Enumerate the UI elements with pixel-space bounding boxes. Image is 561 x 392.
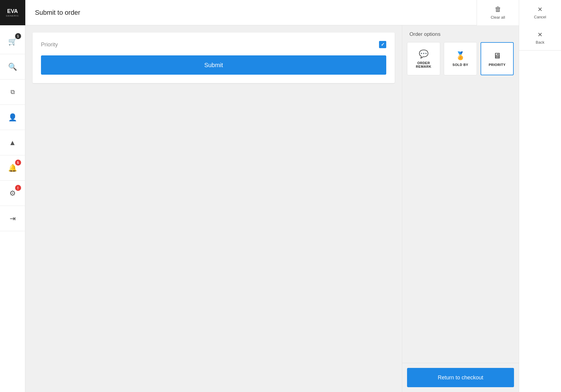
copy-icon: ⧉: [11, 89, 15, 95]
logout-icon: ⇥: [10, 214, 16, 223]
priority-card: Priority Submit: [33, 33, 395, 83]
cart-badge: 1: [15, 33, 21, 39]
logo-sub: GENERIC: [6, 14, 19, 17]
clear-all-button[interactable]: 🗑 Clear all: [477, 0, 519, 25]
content-split: Priority Submit Order options 💬 ORDERREM…: [25, 25, 561, 392]
sidebar-item-user[interactable]: 👤: [0, 105, 25, 130]
logo-text: EVA: [6, 8, 19, 14]
bell-badge: 5: [15, 160, 21, 166]
sidebar-nav: 🛒 1 🔍 ⧉ 👤 ▲ 🔔 5 ⚙ ! ⇥: [0, 25, 25, 392]
submit-button[interactable]: Submit: [41, 55, 386, 75]
header: Submit to order 🗑 Clear all ✕ Cancel: [25, 0, 561, 25]
priority-option-icon: 🖥: [493, 51, 501, 61]
award-icon: 🏅: [456, 51, 465, 61]
sidebar-item-settings[interactable]: ⚙ !: [0, 181, 25, 206]
search-icon: 🔍: [8, 63, 17, 71]
clear-all-label: Clear all: [491, 15, 505, 20]
sidebar-item-cart[interactable]: 🛒 1: [0, 29, 25, 54]
priority-checkbox[interactable]: [379, 41, 386, 48]
back-button[interactable]: ✕ Back: [519, 25, 561, 51]
sidebar-item-upload[interactable]: ▲: [0, 130, 25, 155]
user-icon: 👤: [8, 113, 17, 122]
cancel-button[interactable]: ✕ Cancel: [519, 0, 561, 25]
back-label: Back: [536, 40, 544, 45]
sidebar: EVA GENERIC 🛒 1 🔍 ⧉ 👤 ▲ 🔔 5 ⚙ ! ⇥: [0, 0, 25, 392]
header-actions: 🗑 Clear all ✕ Cancel: [477, 0, 561, 25]
cart-icon: 🛒: [8, 37, 17, 46]
cancel-label: Cancel: [534, 15, 546, 19]
sidebar-item-logout[interactable]: ⇥: [0, 206, 25, 231]
back-panel: ✕ Back: [519, 25, 561, 392]
main-area: Submit to order 🗑 Clear all ✕ Cancel Pri…: [25, 0, 561, 392]
close-icon: ✕: [537, 31, 543, 38]
sidebar-item-search[interactable]: 🔍: [0, 54, 25, 79]
bell-icon: 🔔: [8, 164, 17, 172]
priority-label: Priority: [41, 42, 58, 48]
order-options-title: Order options: [402, 25, 519, 42]
upload-icon: ▲: [9, 138, 16, 147]
main-panel: Priority Submit: [25, 25, 402, 392]
gear-icon: ⚙: [9, 189, 16, 198]
option-order-remark[interactable]: 💬 ORDERREMARK: [407, 42, 440, 75]
order-options-grid: 💬 ORDERREMARK 🏅 SOLD BY 🖥 PRIORITY: [402, 42, 519, 75]
sidebar-item-copy[interactable]: ⧉: [0, 79, 25, 105]
app-logo[interactable]: EVA GENERIC: [0, 0, 25, 25]
priority-row: Priority: [41, 41, 386, 48]
trash-icon: 🗑: [495, 5, 501, 13]
sidebar-item-bell[interactable]: 🔔 5: [0, 155, 25, 181]
right-panel: Order options 💬 ORDERREMARK 🏅 SOLD BY 🖥 …: [402, 25, 519, 392]
settings-badge: !: [15, 185, 21, 191]
comment-icon: 💬: [419, 49, 428, 59]
option-priority[interactable]: 🖥 PRIORITY: [481, 42, 514, 75]
return-to-checkout-button[interactable]: Return to checkout: [407, 368, 514, 387]
page-title: Submit to order: [25, 9, 477, 17]
option-sold-by[interactable]: 🏅 SOLD BY: [444, 42, 477, 75]
cancel-icon: ✕: [537, 6, 543, 13]
right-panel-footer: Return to checkout: [402, 363, 519, 392]
